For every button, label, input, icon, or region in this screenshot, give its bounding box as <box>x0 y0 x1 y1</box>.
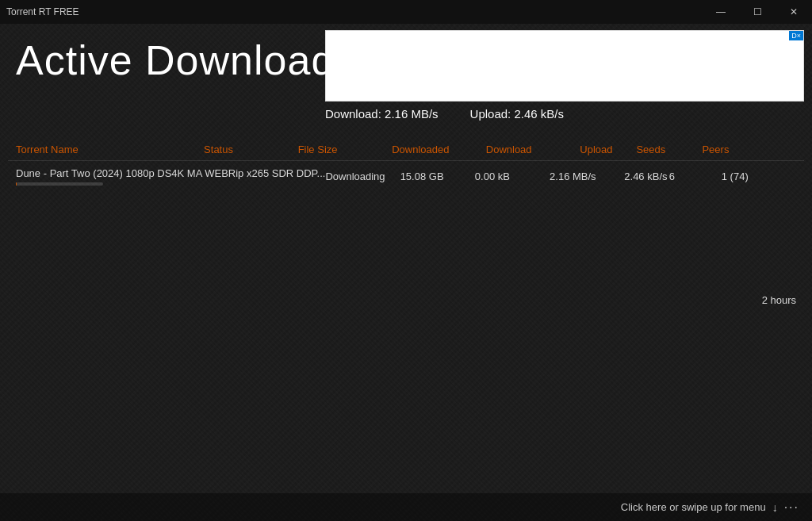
progress-bar-fill <box>16 182 17 186</box>
col-seeds: Seeds <box>636 144 702 155</box>
row-upload: 2.46 kB/s <box>624 170 669 182</box>
app-title: Torrent RT FREE <box>0 6 79 17</box>
col-file-size: File Size <box>298 144 393 155</box>
col-downloaded: Downloaded <box>392 144 486 155</box>
row-downloaded: 0.00 kB <box>475 170 550 182</box>
row-remaining: 2 hours <box>762 294 796 306</box>
close-button[interactable]: ✕ <box>776 0 812 24</box>
torrent-name-text: Dune - Part Two (2024) 1080p DS4K MA WEB… <box>16 167 325 179</box>
stats-row: Download: 2.16 MB/s Upload: 2.46 kB/s <box>325 107 804 121</box>
titlebar: Torrent RT FREE — ☐ ✕ <box>0 0 812 24</box>
row-download: 2.16 MB/s <box>550 170 624 182</box>
download-stat: Download: 2.16 MB/s <box>325 107 439 121</box>
progress-bar-container <box>16 182 103 186</box>
torrent-table: Torrent Name Status File Size Downloaded… <box>8 139 804 190</box>
torrent-name-cell: Dune - Part Two (2024) 1080p DS4K MA WEB… <box>16 167 325 186</box>
row-seeds: 6 <box>669 170 722 182</box>
bottom-bar-text: Click here or swipe up for menu <box>621 501 766 513</box>
row-status: Downloading <box>325 170 400 182</box>
upload-stat: Upload: 2.46 kB/s <box>470 107 564 121</box>
col-download: Download <box>486 144 580 155</box>
bottom-bar[interactable]: Click here or swipe up for menu ↓ ··· <box>0 493 812 521</box>
table-row[interactable]: Dune - Part Two (2024) 1080p DS4K MA WEB… <box>8 163 804 190</box>
bottom-bar-dots: ··· <box>784 500 799 515</box>
minimize-button[interactable]: — <box>703 0 739 24</box>
col-torrent-name: Torrent Name <box>16 144 204 155</box>
table-header: Torrent Name Status File Size Downloaded… <box>8 139 804 161</box>
header: Active Downloads <box>16 40 812 81</box>
window-controls: — ☐ ✕ <box>703 0 812 24</box>
row-peers: 1 (74) <box>722 170 796 182</box>
col-peers: Peers <box>702 144 796 155</box>
col-upload: Upload <box>580 144 636 155</box>
down-arrow-icon: ↓ <box>772 501 778 514</box>
row-file-size: 15.08 GB <box>400 170 475 182</box>
maximize-button[interactable]: ☐ <box>739 0 776 24</box>
page-title: Active Downloads <box>16 40 812 81</box>
col-status: Status <box>204 144 298 155</box>
main-area: D× Active Downloads Download: 2.16 MB/s … <box>0 24 812 521</box>
